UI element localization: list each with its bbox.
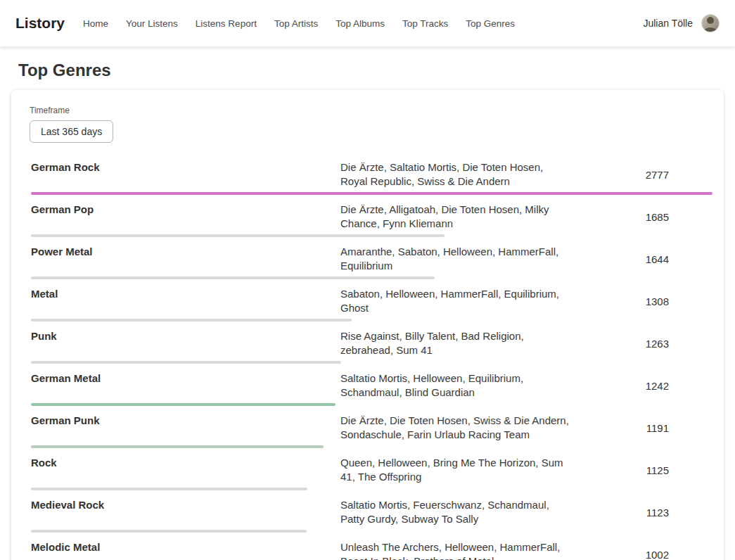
genre-name: Metal <box>31 287 340 300</box>
genre-name: German Metal <box>31 371 340 384</box>
brand-logo[interactable]: Listory <box>15 15 65 32</box>
nav-item-top-genres[interactable]: Top Genres <box>466 18 515 29</box>
table-row: Metal Sabaton, Helloween, HammerFall, Eq… <box>27 279 708 322</box>
genre-count: 1191 <box>646 422 704 434</box>
user-area: Julian Tölle <box>643 14 720 32</box>
genre-count: 1242 <box>646 380 704 392</box>
genre-name: Punk <box>31 329 340 342</box>
genre-count: 1123 <box>646 507 704 518</box>
user-avatar[interactable] <box>701 14 720 32</box>
table-row: Power Metal Amaranthe, Sabaton, Hellowee… <box>27 237 708 279</box>
nav-item-your-listens[interactable]: Your Listens <box>126 18 178 29</box>
genre-count: 1685 <box>646 211 704 223</box>
genre-artists: Saltatio Mortis, Feuerschwanz, Schandmau… <box>340 498 573 526</box>
genre-name: Power Metal <box>31 245 340 257</box>
table-row: Melodic Metal Unleash The Archers, Hello… <box>27 533 708 560</box>
timeframe-label: Timeframe <box>30 106 708 115</box>
genre-artists: Die Ärzte, Die Toten Hosen, Swiss & Die … <box>340 414 573 442</box>
nav-item-home[interactable]: Home <box>83 18 108 29</box>
person-icon <box>701 14 720 32</box>
timeframe-select-button[interactable]: Last 365 days <box>30 120 113 143</box>
table-row: Rock Queen, Helloween, Bring Me The Hori… <box>27 448 708 490</box>
app-header: Listory Home Your Listens Listens Report… <box>0 0 735 46</box>
genre-artists: Die Ärzte, Alligatoah, Die Toten Hosen, … <box>340 203 573 231</box>
nav-item-listens-report[interactable]: Listens Report <box>196 18 257 29</box>
genre-artists: Saltatio Mortis, Helloween, Equilibrium,… <box>340 371 573 400</box>
table-row: Punk Rise Against, Billy Talent, Bad Rel… <box>27 322 708 364</box>
genre-artists: Sabaton, Helloween, HammerFall, Equilibr… <box>340 287 573 315</box>
genre-name: German Pop <box>31 203 340 215</box>
table-row: Medieval Rock Saltatio Mortis, Feuerschw… <box>27 490 708 533</box>
genre-count: 1002 <box>646 549 704 560</box>
table-row: German Pop Die Ärzte, Alligatoah, Die To… <box>27 195 708 237</box>
nav-item-top-tracks[interactable]: Top Tracks <box>402 18 448 29</box>
top-genres-card: Timeframe Last 365 days German Rock Die … <box>11 90 724 560</box>
genre-name: Medieval Rock <box>31 498 340 511</box>
genre-artists: Amaranthe, Sabaton, Helloween, HammerFal… <box>340 245 573 273</box>
genre-count: 1125 <box>646 464 704 476</box>
genre-name: Melodic Metal <box>31 540 340 553</box>
nav-item-top-artists[interactable]: Top Artists <box>274 18 318 29</box>
main-nav: Home Your Listens Listens Report Top Art… <box>83 18 532 29</box>
genre-artists: Unleash The Archers, Helloween, HammerFa… <box>340 540 573 560</box>
genre-name: German Rock <box>31 160 340 173</box>
page-title: Top Genres <box>18 61 735 80</box>
table-row: German Punk Die Ärzte, Die Toten Hosen, … <box>27 406 708 448</box>
nav-item-top-albums[interactable]: Top Albums <box>335 18 385 29</box>
genre-name: German Punk <box>31 414 340 426</box>
genre-count: 1644 <box>646 253 704 265</box>
genre-table-body: German Rock Die Ärzte, Saltatio Mortis, … <box>27 153 708 560</box>
user-name: Julian Tölle <box>643 18 693 29</box>
table-row: German Metal Saltatio Mortis, Helloween,… <box>27 364 708 406</box>
genre-count: 1263 <box>646 338 704 350</box>
genre-count: 1308 <box>646 295 704 307</box>
genre-artists: Die Ärzte, Saltatio Mortis, Die Toten Ho… <box>340 160 573 189</box>
genre-name: Rock <box>31 456 340 469</box>
genre-count: 2777 <box>646 169 704 181</box>
table-row: German Rock Die Ärzte, Saltatio Mortis, … <box>27 153 708 195</box>
genre-artists: Rise Against, Billy Talent, Bad Religion… <box>340 329 573 357</box>
genre-artists: Queen, Helloween, Bring Me The Horizon, … <box>340 456 573 484</box>
